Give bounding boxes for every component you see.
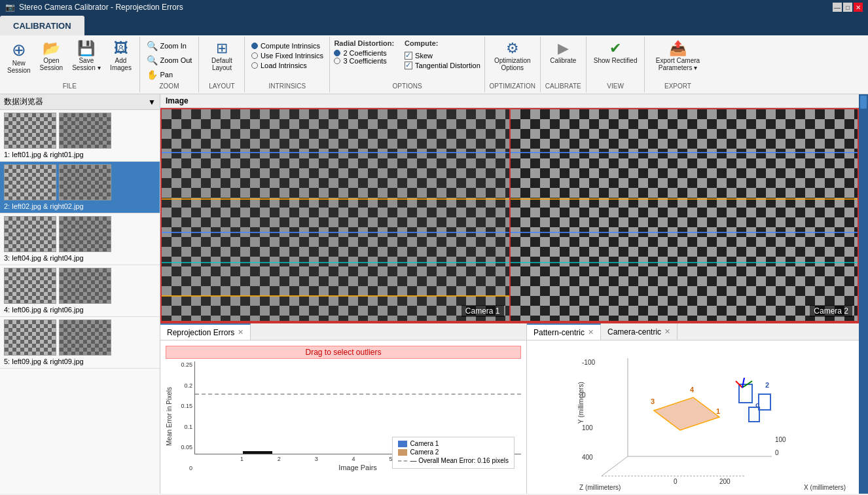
- pair2-left-thumb: [4, 164, 56, 200]
- camera-frame-1: [736, 378, 752, 388]
- pair3-label: 3: left04.jpg & right04.jpg: [4, 254, 156, 262]
- 3d-chart: -100 0 100 400 Y (millimeters): [527, 340, 859, 494]
- coeff-2-radio[interactable]: 2 Coefficients: [334, 49, 394, 57]
- optimization-group-label: OPTIMIZATION: [490, 82, 535, 90]
- image-pair-4[interactable]: 4: left06.jpg & right06.jpg: [0, 265, 160, 317]
- reprojection-tab-close[interactable]: ✕: [238, 328, 244, 337]
- minimize-button[interactable]: —: [833, 3, 842, 12]
- legend-cam2: Camera 2: [398, 449, 509, 456]
- image-pair-1[interactable]: 1: left01.jpg & right01.jpg: [0, 110, 160, 162]
- export-button[interactable]: 📤 Export Camera Parameters ▾: [653, 39, 703, 73]
- sidebar-scroll[interactable]: 1: left01.jpg & right01.jpg 2: left02.jp…: [0, 110, 160, 494]
- camera-centric-label: Camera-centric: [607, 327, 661, 337]
- right-edge-bar: [859, 94, 868, 494]
- pan-icon: ✋: [147, 69, 158, 80]
- export-icon: 📤: [669, 41, 687, 56]
- sidebar: 数据浏览器 ▼ 1: left01.jpg & right01.jpg: [0, 94, 160, 494]
- tangential-checkbox[interactable]: Tangential Distortion: [405, 62, 480, 69]
- view-group-label: VIEW: [607, 82, 624, 90]
- camera-centric-close[interactable]: ✕: [664, 327, 670, 336]
- load-intrinsics-radio[interactable]: Load Intrinsics: [251, 62, 323, 69]
- app-title: Stereo Camera Calibrator - Reprojection …: [19, 3, 183, 12]
- export-group: 📤 Export Camera Parameters ▾ EXPORT: [645, 37, 710, 92]
- open-session-icon: 📂: [43, 41, 60, 56]
- view-group: ✔ Show Rectified VIEW: [587, 37, 645, 92]
- radial-distortion-label: Radial Distortion:: [334, 39, 394, 47]
- svg-text:Y (millimeters): Y (millimeters): [577, 382, 585, 424]
- open-session-button[interactable]: 📂 Open Session: [37, 39, 67, 73]
- skew-check-icon: [405, 52, 412, 60]
- calibration-tab[interactable]: CALIBRATION: [0, 16, 84, 35]
- optimization-options-button[interactable]: ⚙ Optimization Options: [491, 39, 534, 73]
- pair5-left-thumb: [4, 320, 56, 356]
- image-panel-header: Image: [160, 94, 859, 108]
- skew-checkbox[interactable]: Skew: [405, 52, 480, 60]
- bottom-left-tabbar: Reprojection Errors ✕: [160, 323, 526, 340]
- pair1-label: 1: left01.jpg & right01.jpg: [4, 151, 156, 158]
- epipolar-line-3: [162, 232, 509, 233]
- image-pair-5[interactable]: 5: left09.jpg & right09.jpg: [0, 317, 160, 369]
- show-rectified-button[interactable]: ✔ Show Rectified: [590, 39, 641, 66]
- pattern-centric-close[interactable]: ✕: [588, 328, 594, 337]
- epipolar-line-9: [511, 262, 858, 263]
- fixed-intrinsics-dot: [251, 52, 258, 59]
- epipolar-line-2: [162, 198, 509, 200]
- compute-intrinsics-radio[interactable]: Compute Intrinsics: [251, 42, 323, 50]
- zoom-in-button[interactable]: 🔍 Zoom In: [144, 39, 195, 52]
- options-group-label: OPTIONS: [393, 82, 422, 90]
- calibrate-group-label: CALIBRATE: [545, 82, 581, 90]
- coeff-2-dot: [334, 50, 340, 56]
- svg-rect-12: [749, 407, 759, 422]
- camera1-bg: [162, 109, 509, 321]
- bottom-right-tabbar: Pattern-centric ✕ Camera-centric ✕: [527, 323, 859, 340]
- epipolar-line-5: [162, 295, 509, 297]
- fixed-intrinsics-radio[interactable]: Use Fixed Intrinsics: [251, 52, 323, 60]
- epipolar-line-7: [511, 198, 858, 200]
- maximize-button[interactable]: □: [843, 3, 852, 12]
- chart-title: Drag to select outliers: [166, 346, 521, 359]
- svg-text:c: c: [755, 401, 759, 409]
- image-panel: Image Camera 1: [160, 94, 859, 323]
- ribbon-tab-bar: CALIBRATION: [0, 14, 868, 35]
- close-button[interactable]: ✕: [854, 3, 863, 12]
- load-intrinsics-dot: [251, 62, 258, 69]
- epipolar-line-8: [511, 232, 858, 233]
- intrinsics-group-label: INTRINSICS: [269, 82, 306, 90]
- camera1-view: Camera 1: [162, 109, 509, 321]
- calibrate-button[interactable]: ▶ Calibrate: [547, 39, 579, 66]
- svg-text:400: 400: [582, 454, 593, 461]
- add-images-button[interactable]: 🖼 Add Images: [107, 39, 136, 73]
- pattern-centric-tab[interactable]: Pattern-centric ✕: [527, 323, 601, 340]
- image-pair-3[interactable]: 3: left04.jpg & right04.jpg: [0, 213, 160, 265]
- image-pair-2[interactable]: 2: left02.jpg & right02.jpg: [0, 162, 160, 213]
- zoom-out-icon: 🔍: [147, 55, 158, 65]
- compute-intrinsics-dot: [251, 43, 258, 49]
- pair3-right-thumb: [59, 216, 111, 252]
- legend-mean-line: [398, 460, 407, 462]
- app-icon: 📷: [5, 3, 15, 12]
- z-axis-label: Z (millimeters): [579, 484, 621, 491]
- pattern-centric-label: Pattern-centric: [533, 328, 585, 337]
- add-images-icon: 🖼: [114, 41, 128, 56]
- chart-legend: Camera 1 Camera 2 — Overall Mean Error: …: [392, 437, 515, 469]
- pan-button[interactable]: ✋ Pan: [144, 68, 195, 81]
- mean-error-line: [195, 394, 521, 395]
- sidebar-expand-icon[interactable]: ▼: [148, 98, 156, 107]
- camera-centric-tab[interactable]: Camera-centric ✕: [601, 323, 678, 340]
- default-layout-button[interactable]: ⊞ Default Layout: [208, 39, 236, 73]
- legend-mean: — Overall Mean Error: 0.16 pixels: [398, 457, 509, 464]
- coeff-3-radio[interactable]: 3 Coefficients: [334, 57, 394, 65]
- new-session-button[interactable]: ⊕ New Session: [4, 39, 34, 76]
- title-bar: 📷 Stereo Camera Calibrator - Reprojectio…: [0, 0, 868, 14]
- legend-cam1-color: [398, 441, 407, 447]
- reprojection-tab[interactable]: Reprojection Errors ✕: [160, 323, 251, 340]
- calibrate-icon: ▶: [558, 41, 569, 56]
- right-scroll-thumb[interactable]: [860, 96, 867, 109]
- show-rectified-icon: ✔: [609, 41, 621, 56]
- pair4-right-thumb: [59, 268, 111, 304]
- save-session-button[interactable]: 💾 Save Session ▾: [69, 39, 103, 73]
- pair5-label: 5: left09.jpg & right09.jpg: [4, 358, 156, 365]
- layout-icon: ⊞: [216, 41, 228, 56]
- zoom-out-button[interactable]: 🔍 Zoom Out: [144, 54, 195, 67]
- window-controls[interactable]: — □ ✕: [833, 3, 863, 12]
